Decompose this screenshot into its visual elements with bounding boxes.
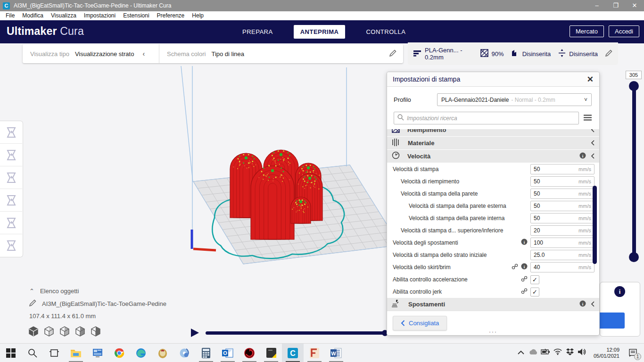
pencil-icon[interactable]	[389, 49, 396, 58]
close-button[interactable]: ✕	[625, 0, 644, 11]
taskbar-calculator[interactable]	[195, 344, 217, 362]
menu-preferenze[interactable]: Preferenze	[153, 11, 189, 20]
settings-scrollbar[interactable]	[593, 186, 597, 264]
taskbar-search-button[interactable]	[22, 344, 43, 362]
tray-chevron-up-icon[interactable]	[515, 348, 527, 357]
taskbar-cura[interactable]: C	[282, 344, 304, 362]
view-top-button[interactable]	[59, 326, 70, 338]
play-button[interactable]	[191, 329, 199, 337]
taskbar-edge[interactable]	[130, 344, 152, 362]
window-titlebar[interactable]: C AI3M_(BigEatSmall)Tic-Tac-ToeGame-Pedi…	[0, 0, 644, 11]
stage-tab-prepara[interactable]: PREPARA	[236, 25, 280, 39]
setting-value-input[interactable]: 50mm/s	[530, 213, 594, 223]
filter-menu-icon[interactable]	[584, 114, 592, 123]
view-front-button[interactable]	[44, 326, 54, 338]
menu-estensioni[interactable]: Estensioni	[119, 11, 153, 20]
setting-checkbox[interactable]: ✓	[530, 288, 539, 296]
view-right-button[interactable]	[91, 326, 101, 338]
chevron-down-icon: ˅	[584, 97, 587, 103]
tray-battery-icon[interactable]	[540, 348, 551, 357]
taskbar-notes-app[interactable]	[260, 344, 282, 362]
rotate-tool[interactable]	[0, 166, 22, 189]
tray-cloud-icon[interactable]	[528, 348, 539, 357]
tray-wifi-icon[interactable]	[552, 348, 563, 357]
minimize-button[interactable]: –	[587, 0, 606, 11]
info-icon[interactable]: i	[579, 152, 586, 161]
mercato-button[interactable]: Mercato	[570, 25, 604, 37]
object-name-row[interactable]: AI3M_(BigEatSmall)Tic-Tac-ToeGame-Pedine	[29, 299, 166, 308]
accedi-button[interactable]: Accedi	[609, 25, 639, 37]
pencil-icon[interactable]	[29, 299, 36, 308]
scale-tool[interactable]	[0, 144, 22, 166]
taskbar-red-app[interactable]	[239, 344, 260, 362]
recommended-mode-button[interactable]: Consigliata	[393, 316, 447, 330]
view-type-selector[interactable]: Visualizza tipo Visualizzazione strato ‹	[23, 50, 159, 58]
taskbar-disc-burner[interactable]	[173, 344, 195, 362]
stage-tab-controlla[interactable]: CONTROLLA	[359, 25, 412, 39]
taskbar-freecad[interactable]	[304, 344, 325, 362]
object-list-toggle[interactable]: ⌃ Elenco oggetti	[29, 288, 166, 295]
settings-search-box[interactable]	[394, 112, 579, 124]
taskbar-word[interactable]: W	[325, 344, 347, 362]
category-riempimento[interactable]: Riempimento	[387, 129, 599, 136]
taskbar-chrome[interactable]	[108, 344, 130, 362]
summary-infill: 90%	[480, 49, 504, 58]
restore-button[interactable]: ❐	[606, 0, 625, 11]
setting-value-input[interactable]: 40mm/s	[530, 262, 594, 272]
mirror-tool[interactable]	[0, 189, 22, 212]
view-3d-button[interactable]	[28, 326, 39, 338]
notification-center-icon[interactable]: 1	[625, 344, 642, 362]
taskbar-clock[interactable]: 12:09 05/01/2021	[594, 347, 619, 359]
per-model-settings-tool[interactable]	[0, 212, 22, 234]
setting-row: Velocità di riempimento50mm/s	[387, 175, 599, 188]
move-tool[interactable]	[0, 121, 22, 144]
print-settings-summary[interactable]: PLA-Genn... - 0.2mm90%DisinseritaDisinse…	[408, 42, 618, 65]
profile-dropdown[interactable]: PLA-Gennaio2021-Daniele - Normal - 0.2mm…	[437, 93, 592, 106]
setting-checkbox[interactable]: ✓	[530, 275, 539, 284]
search-icon	[397, 114, 404, 123]
slice-button[interactable]	[600, 313, 625, 329]
setting-value-input[interactable]: 50mm/s	[530, 176, 594, 187]
setting-value-input[interactable]: 100mm/s	[530, 238, 594, 248]
menu-help[interactable]: Help	[188, 11, 207, 20]
support-blocker-tool[interactable]	[0, 234, 22, 257]
svg-text:W: W	[331, 350, 336, 356]
menu-impostazioni[interactable]: Impostazioni	[80, 11, 119, 20]
color-scheme-selector[interactable]: Schema colori Tipo di linea	[159, 50, 252, 58]
setting-value-input[interactable]: 50mm/s	[530, 189, 594, 199]
tray-volume-icon[interactable]	[577, 348, 588, 357]
taskbar-start-button[interactable]	[0, 344, 22, 362]
setting-value-input[interactable]: 50mm/s	[530, 164, 594, 174]
category-velocità[interactable]: Velocitài	[387, 150, 599, 163]
taskbar-outlook[interactable]: O	[217, 344, 239, 362]
menu-visualizza[interactable]: Visualizza	[47, 11, 80, 20]
pencil-icon[interactable]	[605, 49, 612, 58]
menu-file[interactable]: File	[2, 11, 18, 20]
info-icon[interactable]: i	[521, 239, 528, 247]
taskbar-game-app[interactable]	[152, 344, 173, 362]
menu-modifica[interactable]: Modifica	[18, 11, 47, 20]
setting-value-input[interactable]: 20mm/s	[530, 225, 594, 236]
setting-value-input[interactable]: 50mm/s	[530, 201, 594, 211]
settings-search-input[interactable]	[407, 115, 575, 122]
view-options-card: Visualizza tipo Visualizzazione strato ‹…	[23, 44, 403, 63]
timeline-track[interactable]	[206, 331, 386, 335]
info-icon[interactable]: i	[614, 286, 625, 297]
taskbar-task-view-button[interactable]	[43, 344, 65, 362]
setting-row: Velocità di stampa della parete esterna5…	[387, 200, 599, 212]
panel-resize-handle[interactable]: ···	[489, 329, 497, 335]
close-icon[interactable]: ✕	[587, 74, 594, 84]
info-icon[interactable]: i	[521, 263, 528, 272]
setting-value-input[interactable]: 25.0mm/s	[530, 250, 594, 260]
view-left-button[interactable]	[75, 326, 85, 338]
camera-view-buttons	[28, 326, 101, 338]
tray-dropbox-icon[interactable]	[564, 348, 576, 357]
stage-tab-anteprima[interactable]: ANTEPRIMA	[294, 25, 346, 39]
category-spostamenti[interactable]: Spostamentii	[387, 298, 599, 311]
taskbar-system-app[interactable]	[87, 344, 108, 362]
settings-panel-header: Impostazioni di stampa ✕	[387, 72, 599, 87]
taskbar-file-explorer[interactable]	[65, 344, 87, 362]
info-icon[interactable]: i	[579, 300, 586, 309]
category-materiale[interactable]: Materiale	[387, 137, 599, 149]
cura-app-icon: C	[3, 2, 10, 9]
